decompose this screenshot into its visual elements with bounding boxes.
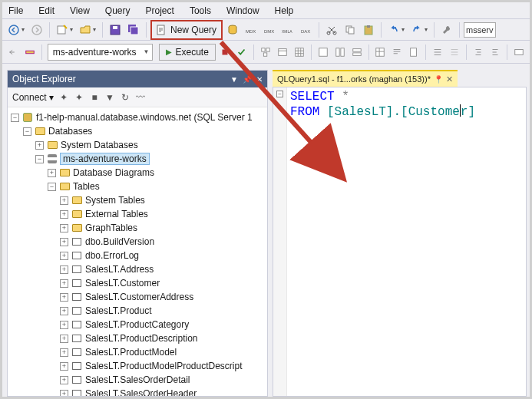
tree-table-productmodelproductdesc[interactable]: +SalesLT.ProductModelProductDescript: [9, 359, 266, 373]
server-combo[interactable]: [464, 22, 496, 38]
menu-tools[interactable]: Tools: [190, 5, 211, 16]
connect-icon[interactable]: ✦: [58, 92, 69, 103]
include-stats-button[interactable]: [292, 44, 307, 61]
new-project-button[interactable]: [54, 21, 75, 38]
filter-icon[interactable]: ▼: [104, 92, 115, 103]
clipboard-icon: [362, 24, 375, 36]
tree-table-productcategory[interactable]: +SalesLT.ProductCategory: [9, 318, 266, 331]
specify-values-button[interactable]: [511, 44, 527, 61]
copy-icon: [344, 24, 356, 36]
tree-table-customer[interactable]: +SalesLT.Customer: [9, 276, 266, 290]
pin-icon[interactable]: 📌: [243, 75, 252, 84]
new-query-button[interactable]: New Query: [150, 20, 223, 40]
svg-rect-27: [335, 48, 339, 56]
tree-user-db-node[interactable]: −ms-adventure-works: [9, 152, 266, 166]
close-icon[interactable]: ✕: [256, 75, 263, 84]
include-plan-button[interactable]: [275, 44, 290, 61]
activity-icon[interactable]: 〰: [135, 92, 146, 103]
menu-view[interactable]: View: [70, 5, 90, 16]
use-db-button[interactable]: [5, 44, 21, 61]
svg-point-1: [32, 25, 41, 35]
editor-tab-strip: QLQuery1.sql - f1...orks (maghan (153))*…: [273, 70, 527, 87]
db-query-icon-4[interactable]: XMLA: [279, 21, 296, 38]
tb-btn-b[interactable]: [332, 44, 348, 61]
close-tab-icon[interactable]: ✕: [446, 74, 453, 84]
results-grid-button[interactable]: [372, 44, 388, 61]
tree-table-productmodel[interactable]: +SalesLT.ProductModel: [9, 345, 266, 359]
tree-graph-tables-node[interactable]: +GraphTables: [9, 221, 266, 235]
tree-table-address[interactable]: +SalesLT.Address: [9, 262, 266, 276]
db-query-icon-2[interactable]: MDX: [243, 21, 259, 38]
menu-file[interactable]: File: [8, 5, 23, 16]
redo-icon: [411, 24, 423, 36]
tree-tables-node[interactable]: −Tables: [9, 180, 266, 193]
display-plan-button[interactable]: [258, 44, 273, 61]
save-all-button[interactable]: [125, 21, 142, 38]
uncomment-button[interactable]: [447, 44, 462, 61]
pin-icon[interactable]: 📍: [434, 75, 443, 84]
stop-button[interactable]: [217, 44, 233, 61]
tree-system-tables-node[interactable]: +System Tables: [9, 193, 266, 207]
play-icon: ▶: [166, 48, 172, 56]
sql-text[interactable]: SELECT * FROM [SalesLT].[Customer]: [273, 87, 526, 120]
stop-icon: [220, 46, 230, 58]
paste-button[interactable]: [360, 21, 377, 38]
tree-server-node[interactable]: −f1-help-manual.database.windows.net (SQ…: [9, 110, 266, 124]
open-button[interactable]: [77, 21, 98, 38]
nav-back-button[interactable]: [5, 21, 27, 38]
menu-help[interactable]: Help: [275, 5, 294, 16]
change-conn-button[interactable]: [22, 44, 38, 61]
db-query-icon-1[interactable]: [224, 21, 241, 38]
comment-button[interactable]: [430, 44, 445, 61]
tree-system-databases-node[interactable]: +System Databases: [9, 138, 266, 152]
tree-table-product[interactable]: +SalesLT.Product: [9, 304, 266, 318]
copy-button[interactable]: [342, 21, 359, 38]
tree-table-salesorderheader[interactable]: +SalesLT.SalesOrderHeader: [9, 387, 266, 396]
tree-table-productdescription[interactable]: +SalesLT.ProductDescription: [9, 331, 266, 345]
tree-table-errorlog[interactable]: +dbo.ErrorLog: [9, 249, 266, 262]
tree-table-customeraddress[interactable]: +SalesLT.CustomerAddress: [9, 290, 266, 304]
results-file-button[interactable]: [406, 44, 421, 61]
redo-button[interactable]: [408, 21, 430, 38]
properties-button[interactable]: [438, 21, 455, 38]
svg-rect-2: [58, 26, 65, 34]
dropdown-icon[interactable]: ▼: [230, 75, 238, 84]
execute-button[interactable]: ▶ Execute: [159, 44, 215, 61]
tree-db-diagrams-node[interactable]: +Database Diagrams: [9, 166, 266, 180]
menu-query[interactable]: Query: [105, 5, 131, 16]
tree-table-salesorderdetail[interactable]: +SalesLT.SalesOrderDetail: [9, 373, 266, 387]
refresh-icon[interactable]: ↻: [120, 92, 131, 103]
indent-button[interactable]: [471, 44, 486, 61]
save-button[interactable]: [107, 21, 124, 38]
tb-btn-c[interactable]: [349, 44, 365, 61]
tb-btn-a[interactable]: [316, 44, 331, 61]
menu-window[interactable]: Window: [226, 5, 259, 16]
execute-label: Execute: [175, 47, 208, 58]
tree-databases-node[interactable]: −Databases: [9, 124, 266, 138]
tree-external-tables-node[interactable]: +External Tables: [9, 207, 266, 221]
object-explorer-panel: Object Explorer ▼ 📌 ✕ Connect ▾ ✦ ✦ ■ ▼ …: [7, 70, 268, 397]
fold-toggle[interactable]: −: [276, 91, 283, 97]
stop-icon[interactable]: ■: [89, 92, 100, 103]
db-query-icon-5[interactable]: DAX: [298, 21, 315, 38]
sql-editor[interactable]: − SELECT * FROM [SalesLT].[Customer]: [273, 87, 527, 397]
parse-button[interactable]: [234, 44, 249, 61]
disconnect-icon[interactable]: ✦: [74, 92, 84, 103]
svg-rect-30: [352, 52, 361, 55]
editor-tab-active[interactable]: QLQuery1.sql - f1...orks (maghan (153))*…: [273, 70, 458, 87]
cut-button[interactable]: [323, 21, 340, 38]
menu-edit[interactable]: Edit: [38, 5, 55, 16]
connect-dropdown[interactable]: Connect ▾: [12, 92, 54, 103]
nav-fwd-button[interactable]: [28, 21, 45, 38]
outdent-button[interactable]: [487, 44, 503, 61]
menu-project[interactable]: Project: [146, 5, 174, 16]
database-select[interactable]: ms-adventure-works ▼: [48, 44, 154, 61]
object-explorer-tree[interactable]: −f1-help-manual.database.windows.net (SQ…: [8, 107, 267, 396]
tree-table-buildversion[interactable]: +dbo.BuildVersion: [9, 235, 266, 249]
db-query-icon-3[interactable]: DMX: [261, 21, 278, 38]
scissors-icon: [325, 24, 338, 36]
results-text-button[interactable]: [389, 44, 405, 61]
undo-button[interactable]: [385, 21, 407, 38]
svg-text:XMLA: XMLA: [282, 29, 292, 34]
undo-icon: [388, 24, 400, 36]
